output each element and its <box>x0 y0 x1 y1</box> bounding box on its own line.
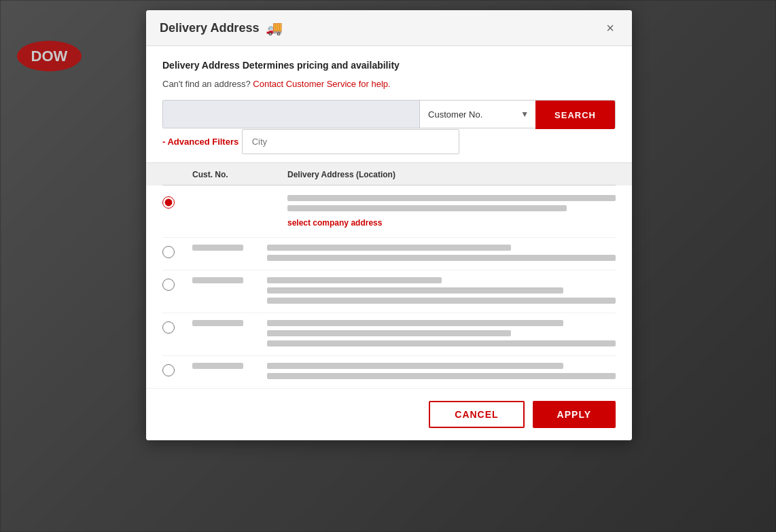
main-radio-button[interactable] <box>162 196 175 209</box>
sub-addr-2 <box>267 277 616 306</box>
modal-header: Delivery Address 🚚 × <box>146 10 632 46</box>
modal-footer: CANCEL APPLY <box>146 388 632 440</box>
search-row: Customer No. Name City ▼ SEARCH <box>162 100 616 128</box>
col-header-cust-no: Cust. No. <box>192 170 287 179</box>
sub-addr1-line2 <box>267 255 616 261</box>
sub-row-3 <box>162 313 616 355</box>
sub-addr3-line1 <box>267 320 563 326</box>
sub-addr2-line2 <box>267 287 563 294</box>
modal-subtitle: Delivery Address Determines pricing and … <box>162 60 616 71</box>
sub-cust-4 <box>192 363 267 369</box>
sub-cust-blur-1 <box>192 245 243 251</box>
results-scroll[interactable]: select company address <box>146 185 632 388</box>
main-addr-line2 <box>287 205 567 211</box>
sub-cust-1 <box>192 245 267 251</box>
modal-body: Delivery Address Determines pricing and … <box>146 46 632 388</box>
truck-icon: 🚚 <box>266 20 283 36</box>
sub-radio-cell-2 <box>162 277 192 291</box>
delivery-address-modal: Delivery Address 🚚 × Delivery Address De… <box>146 10 632 440</box>
help-text-static: Can't find an address? <box>162 79 251 89</box>
sub-addr3-line3 <box>267 340 616 347</box>
sub-cust-blur-4 <box>192 363 243 369</box>
sub-addr4-line1 <box>267 363 563 369</box>
sub-radio-button-2[interactable] <box>162 279 175 291</box>
sub-addr1-line1 <box>267 245 511 251</box>
customer-no-select-wrapper: Customer No. Name City ▼ <box>419 101 535 128</box>
col-header-select <box>162 170 192 179</box>
cancel-button[interactable]: CANCEL <box>429 401 524 428</box>
sub-addr4-line2 <box>267 373 616 379</box>
sub-radio-cell-3 <box>162 320 192 334</box>
results-area: Cust. No. Delivery Address (Location) <box>146 162 632 185</box>
main-result-row: select company address <box>162 185 616 237</box>
search-input[interactable] <box>163 101 419 128</box>
modal-title: Delivery Address <box>160 21 259 35</box>
sub-radio-cell-1 <box>162 245 192 258</box>
search-button[interactable]: SEARCH <box>535 101 615 129</box>
contact-service-link[interactable]: Contact Customer Service for help. <box>253 79 390 89</box>
sub-row-2 <box>162 270 616 313</box>
sub-addr2-line3 <box>267 298 616 304</box>
col-header-address: Delivery Address (Location) <box>287 170 616 179</box>
modal-title-row: Delivery Address 🚚 <box>160 20 283 36</box>
sub-addr-1 <box>267 245 616 263</box>
apply-button[interactable]: APPLY <box>533 401 616 428</box>
help-text: Can't find an address? Contact Customer … <box>162 79 616 89</box>
sub-addr2-line1 <box>267 277 442 283</box>
main-addr-line1 <box>287 195 616 201</box>
sub-cust-3 <box>192 320 267 326</box>
table-header: Cust. No. Delivery Address (Location) <box>162 163 616 185</box>
sub-radio-button-4[interactable] <box>162 364 175 376</box>
main-radio-cell <box>162 195 192 209</box>
select-company-link[interactable]: select company address <box>287 218 616 228</box>
sub-addr-4 <box>267 363 616 381</box>
sub-row-1 <box>162 237 616 270</box>
sub-addr-3 <box>267 320 616 349</box>
customer-no-select[interactable]: Customer No. Name City <box>420 100 535 128</box>
main-address-block: select company address <box>287 195 616 234</box>
sub-cust-blur-3 <box>192 320 243 326</box>
sub-addr3-line2 <box>267 330 511 336</box>
sub-cust-blur-2 <box>192 277 243 283</box>
close-button[interactable]: × <box>602 20 618 36</box>
sub-row-4 <box>162 355 616 388</box>
advanced-filters-toggle[interactable]: - Advanced Filters <box>162 137 239 147</box>
sub-radio-cell-4 <box>162 363 192 376</box>
city-filter-input[interactable] <box>242 129 459 154</box>
dow-logo: DOW <box>17 41 82 71</box>
sub-radio-button-1[interactable] <box>162 246 175 258</box>
sub-cust-2 <box>192 277 267 283</box>
sub-radio-button-3[interactable] <box>162 321 175 334</box>
